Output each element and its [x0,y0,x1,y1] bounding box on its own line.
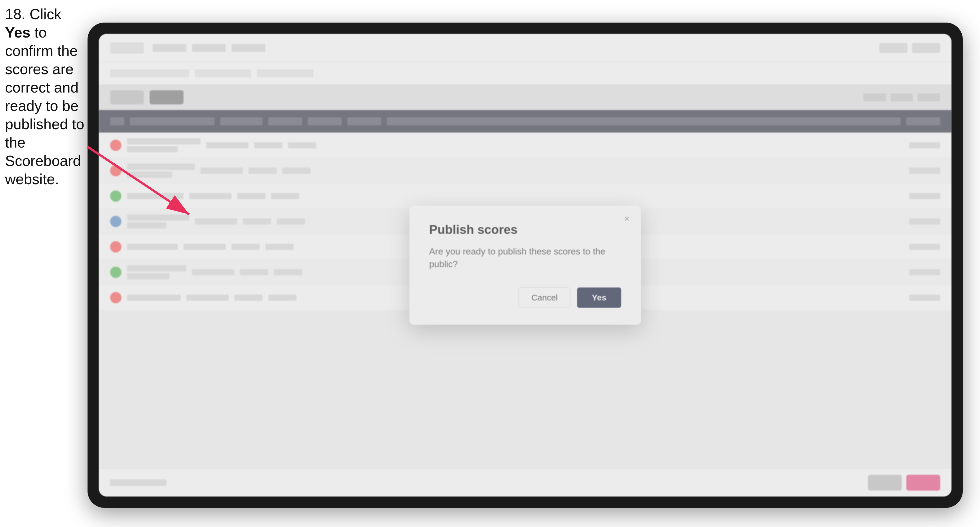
text-after: to confirm the scores are correct and re… [5,24,84,187]
tablet-device: × Publish scores Are you ready to publis… [88,22,963,508]
bold-yes: Yes [5,24,30,41]
step-number: 18. [5,6,25,22]
tablet-screen: × Publish scores Are you ready to publis… [99,34,951,497]
modal-overlay [99,34,951,497]
text-before: Click [25,6,61,22]
instruction-text: 18. Click Yes to confirm the scores are … [5,5,87,189]
